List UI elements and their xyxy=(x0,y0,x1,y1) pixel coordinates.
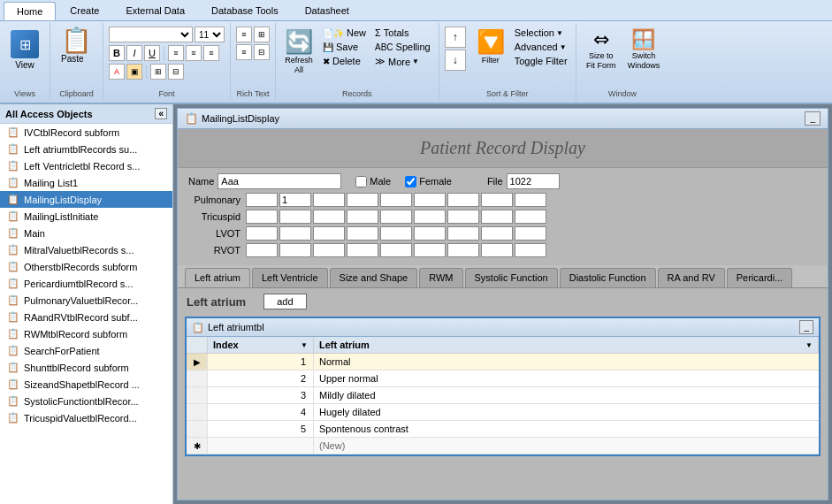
font-color-button[interactable]: A xyxy=(109,64,125,80)
tab-rwm[interactable]: RWM xyxy=(419,268,462,287)
sidebar-item-pulmonary[interactable]: 📋 PulmonaryValuetblRecor... xyxy=(0,292,172,309)
sidebar-item-mailing-list-display[interactable]: 📋 MailingListDisplay xyxy=(0,191,172,208)
tricuspid-f4[interactable] xyxy=(347,210,378,224)
switch-windows-button[interactable]: 🪟 SwitchWindows xyxy=(624,27,664,73)
sidebar-item-others[interactable]: 📋 OtherstblRecords subform xyxy=(0,258,172,275)
more-button[interactable]: ≫ More ▼ xyxy=(372,55,433,68)
table-row[interactable]: 4 Hugely dilated xyxy=(187,404,819,421)
sidebar-item-mitral[interactable]: 📋 MitralValuetblRecords s... xyxy=(0,241,172,258)
tricuspid-f6[interactable] xyxy=(414,210,446,224)
sidebar-item-left-ventricle[interactable]: 📋 Left Ventricletbl Record s... xyxy=(0,157,172,174)
grid-button[interactable]: ⊞ xyxy=(150,64,166,80)
file-input[interactable] xyxy=(507,173,560,189)
gridlines-button[interactable]: ⊟ xyxy=(168,64,184,80)
pulmonary-f4[interactable] xyxy=(347,193,378,207)
pulmonary-f3[interactable] xyxy=(313,193,345,207)
bg-color-button[interactable]: ▣ xyxy=(126,64,142,80)
refresh-button[interactable]: 🔄 RefreshAll xyxy=(281,27,317,77)
table-row[interactable]: ▶ 1 Normal xyxy=(187,354,819,370)
table-row[interactable]: 2 Upper normal xyxy=(187,370,819,387)
bold-button[interactable]: B xyxy=(109,45,125,61)
male-checkbox[interactable] xyxy=(355,176,367,187)
lvot-f7[interactable] xyxy=(447,226,479,241)
table-row[interactable]: 5 Spontenous contrast xyxy=(187,421,819,438)
lvot-f6[interactable] xyxy=(414,226,446,241)
lvot-f3[interactable] xyxy=(313,226,345,241)
form-minimize-button[interactable]: _ xyxy=(805,111,821,126)
tab-pericardi[interactable]: Pericardi... xyxy=(727,268,793,287)
rvot-f2[interactable] xyxy=(279,243,311,257)
pulmonary-f8[interactable] xyxy=(481,193,513,207)
sort-desc-button[interactable]: ↓ xyxy=(445,50,466,71)
new-record-button[interactable]: 📄✨ New xyxy=(320,27,369,39)
name-input[interactable] xyxy=(218,173,341,189)
delete-record-button[interactable]: ✖ Delete xyxy=(320,55,369,67)
sidebar-item-ivc[interactable]: 📋 IVCtblRecord subform xyxy=(0,124,172,141)
size-to-fit-button[interactable]: ⇔ Size toFit Form xyxy=(582,27,621,73)
tricuspid-f2[interactable] xyxy=(279,210,311,224)
sidebar-collapse-icon[interactable]: « xyxy=(155,108,167,119)
view-button[interactable]: ⊞ View xyxy=(7,27,42,73)
pulmonary-f2[interactable] xyxy=(279,193,311,207)
datasheet-value-header[interactable]: Left atrium ▼ xyxy=(314,337,819,353)
tab-external-data[interactable]: External Data xyxy=(113,2,197,20)
tab-database-tools[interactable]: Database Tools xyxy=(199,2,291,20)
sidebar-item-systolic[interactable]: 📋 SystolicFunctiontblRecor... xyxy=(0,393,172,409)
tricuspid-f3[interactable] xyxy=(313,210,345,224)
rvot-f5[interactable] xyxy=(380,243,412,257)
sidebar-item-tricuspid[interactable]: 📋 TricuspidValuetblRecord... xyxy=(0,409,172,426)
tricuspid-f7[interactable] xyxy=(447,210,479,224)
underline-button[interactable]: U xyxy=(144,45,160,61)
rt-btn-3[interactable]: ≡ xyxy=(236,44,252,60)
sub-window-minimize-button[interactable]: _ xyxy=(799,320,813,334)
pulmonary-f1[interactable] xyxy=(246,193,278,207)
lvot-f4[interactable] xyxy=(347,226,378,241)
totals-button[interactable]: Σ Totals xyxy=(372,27,433,39)
sidebar-item-main[interactable]: 📋 Main xyxy=(0,225,172,241)
align-right-button[interactable]: ≡ xyxy=(203,45,219,61)
rt-btn-2[interactable]: ⊞ xyxy=(254,27,270,42)
align-left-button[interactable]: ≡ xyxy=(168,45,184,61)
rvot-f1[interactable] xyxy=(246,243,278,257)
lvot-f1[interactable] xyxy=(246,226,278,241)
tab-datasheet[interactable]: Datasheet xyxy=(293,2,362,20)
pulmonary-f7[interactable] xyxy=(447,193,479,207)
tab-home[interactable]: Home xyxy=(4,2,56,20)
tab-create[interactable]: Create xyxy=(57,2,111,20)
sort-asc-button[interactable]: ↑ xyxy=(445,27,466,48)
rvot-f9[interactable] xyxy=(515,243,546,257)
sidebar-item-left-atrium[interactable]: 📋 Left atriumtblRecords su... xyxy=(0,141,172,157)
sidebar-item-mailing-list-initiate[interactable]: 📋 MailingListInitiate xyxy=(0,208,172,225)
lvot-f9[interactable] xyxy=(515,226,546,241)
italic-button[interactable]: I xyxy=(126,45,142,61)
filter-button[interactable]: 🔽 Filter xyxy=(473,27,508,66)
lvot-f5[interactable] xyxy=(380,226,412,241)
sidebar-item-shunt[interactable]: 📋 ShunttblRecord subform xyxy=(0,359,172,376)
tab-left-atrium[interactable]: Left atrium xyxy=(185,268,250,287)
paste-button[interactable]: 📋 Paste xyxy=(57,27,95,65)
sidebar-item-size-shape[interactable]: 📋 SizeandShapetblRecord ... xyxy=(0,376,172,393)
align-center-button[interactable]: ≡ xyxy=(186,45,202,61)
selection-button[interactable]: Selection ▼ xyxy=(512,27,570,39)
font-size-select[interactable]: 11 xyxy=(195,27,225,42)
lvot-f2[interactable] xyxy=(279,226,311,241)
table-row[interactable]: 3 Mildly dilated xyxy=(187,387,819,404)
tab-left-ventricle[interactable]: Left Ventricle xyxy=(252,268,328,287)
rt-btn-1[interactable]: ≡ xyxy=(236,27,252,42)
tricuspid-f9[interactable] xyxy=(515,210,546,224)
tricuspid-f8[interactable] xyxy=(481,210,513,224)
tricuspid-f5[interactable] xyxy=(380,210,412,224)
sidebar-item-search[interactable]: 📋 SearchForPatient xyxy=(0,342,172,359)
lvot-f8[interactable] xyxy=(481,226,513,241)
tab-diastolic[interactable]: Diastolic Function xyxy=(560,268,656,287)
datasheet-index-header[interactable]: Index ▼ xyxy=(208,337,314,353)
tab-size-shape[interactable]: Size and Shape xyxy=(330,268,418,287)
rvot-f7[interactable] xyxy=(447,243,479,257)
sidebar-item-ra-rv[interactable]: 📋 RAandRVtblRecord subf... xyxy=(0,309,172,325)
rvot-f8[interactable] xyxy=(481,243,513,257)
pulmonary-f6[interactable] xyxy=(414,193,446,207)
toggle-filter-button[interactable]: Toggle Filter xyxy=(512,55,570,67)
advanced-button[interactable]: Advanced ▼ xyxy=(512,41,570,53)
sidebar-item-mailing-list1[interactable]: 📋 Mailing List1 xyxy=(0,174,172,191)
female-checkbox[interactable] xyxy=(405,176,416,187)
